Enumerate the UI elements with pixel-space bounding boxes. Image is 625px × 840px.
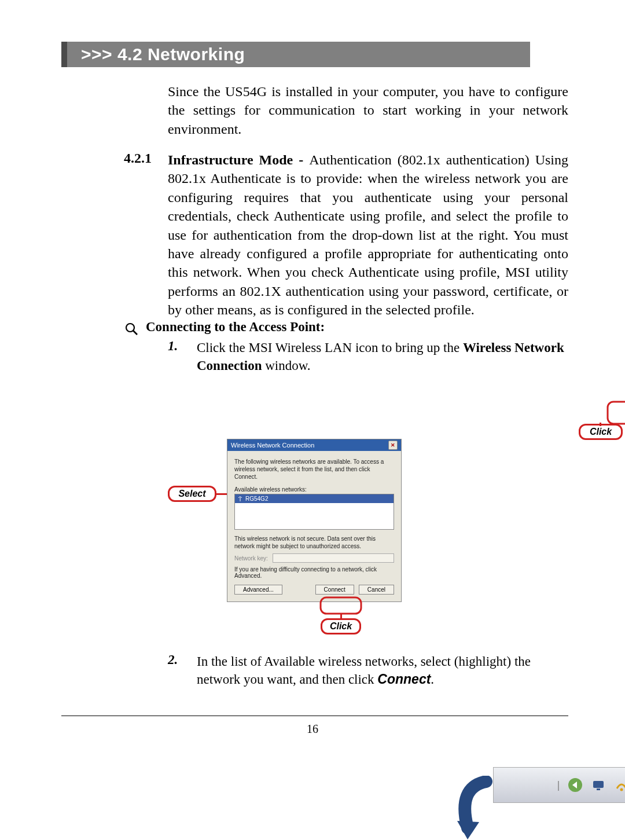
page-number: 16 <box>0 722 625 736</box>
antenna-icon <box>237 496 243 502</box>
bullet-title: Connecting to the Access Point: <box>146 320 325 335</box>
cancel-button[interactable]: Cancel <box>359 585 394 595</box>
subsection-number: 4.2.1 <box>124 151 152 166</box>
dialog-body: The following wireless networks are avai… <box>227 451 401 601</box>
magnifier-icon <box>124 322 139 339</box>
network-key-label: Network key: <box>234 555 268 562</box>
footer-rule <box>61 716 568 716</box>
arrow-icon <box>451 776 498 840</box>
advanced-button[interactable]: Advanced... <box>234 585 282 595</box>
network-name: RG54G2 <box>245 496 268 502</box>
subsection-lead-bold: Infrastructure Mode - <box>168 152 309 167</box>
step-1-text: Click the MSI Wireless LAN icon to bring… <box>197 339 567 375</box>
back-icon[interactable] <box>566 776 584 794</box>
system-tray: | <box>493 767 625 803</box>
connect-word: Connect <box>377 672 431 687</box>
section-heading: >>> 4.2 Networking <box>81 45 245 64</box>
subsection-body: Infrastructure Mode - Authentication (80… <box>168 151 568 320</box>
dialog-button-row: Advanced... Connect Cancel <box>234 585 394 595</box>
connect-button[interactable]: Connect <box>315 585 354 595</box>
available-networks-label: Available wireless networks: <box>234 486 394 493</box>
intro-paragraph: Since the US54G is installed in your com… <box>168 82 568 138</box>
step-2-number: 2. <box>168 652 178 667</box>
wireless-lan-icon[interactable] <box>612 776 625 794</box>
network-key-row: Network key: <box>234 553 394 563</box>
dialog-title: Wireless Network Connection <box>231 442 314 449</box>
callout-connect-outline <box>319 596 362 615</box>
wireless-connection-dialog: Wireless Network Connection ✕ The follow… <box>227 439 402 602</box>
svg-point-0 <box>126 324 134 332</box>
tray-separator: | <box>557 779 560 791</box>
network-list[interactable]: RG54G2 <box>234 494 394 530</box>
manual-page: >>> 4.2 Networking Since the US54G is in… <box>0 0 625 840</box>
step-1-number: 1. <box>168 339 178 354</box>
svg-rect-12 <box>321 597 361 614</box>
monitor-icon[interactable] <box>589 776 608 794</box>
network-item-selected[interactable]: RG54G2 <box>235 494 394 503</box>
dialog-instructions: The following wireless networks are avai… <box>234 458 394 480</box>
security-warning: This wireless network is not secure. Dat… <box>234 535 394 550</box>
callout-click-tray: Click <box>579 424 623 440</box>
section-heading-bar: >>> 4.2 Networking <box>61 42 530 67</box>
callout-select: Select <box>168 486 216 502</box>
network-key-input[interactable] <box>273 553 394 563</box>
subsection-lead-rest: Authentication (802.1x authentication) <box>309 152 530 167</box>
dialog-titlebar: Wireless Network Connection ✕ <box>227 439 401 451</box>
svg-line-1 <box>133 331 137 335</box>
callout-tray-outline <box>606 401 625 426</box>
heading-accent <box>61 42 67 67</box>
advanced-note: If you are having difficulty connecting … <box>234 566 394 579</box>
svg-rect-4 <box>597 788 600 790</box>
subsection-text: Using 802.1x Authenticate is to provide:… <box>168 152 568 317</box>
figure: | Click Select Wireless Network Connecti… <box>174 382 579 643</box>
svg-rect-9 <box>608 402 625 424</box>
svg-point-5 <box>620 788 623 791</box>
step-2-text: In the list of Available wireless networ… <box>197 652 567 688</box>
close-icon[interactable]: ✕ <box>388 441 398 450</box>
callout-tray-connector <box>600 423 601 426</box>
callout-click-connect: Click <box>321 618 361 634</box>
svg-rect-3 <box>593 781 604 788</box>
